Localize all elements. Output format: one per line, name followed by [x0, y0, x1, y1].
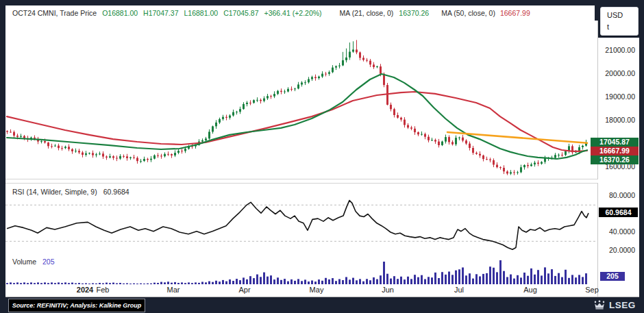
time-axis-label: Sep [585, 286, 599, 294]
volume-panel[interactable]: Volume205 [5, 255, 598, 285]
price-axis-tick: 19000.00 [605, 92, 635, 101]
time-axis-label: Jul [454, 286, 464, 294]
volume-chart [5, 255, 597, 284]
volume-label: Volume [12, 258, 36, 266]
last-price-badge: 17045.87 [591, 138, 639, 147]
ma50-value: 16667.99 [500, 9, 530, 17]
rsi-value: 60.9684 [103, 188, 129, 196]
candlestick-chart [5, 21, 597, 179]
time-axis[interactable]: 2024FebMarAprMayJunJulAugSep [5, 284, 639, 297]
rsi-value-badge: 60.9684 [599, 208, 638, 217]
time-axis-label: Apr [238, 286, 250, 294]
rsi-label: RSI (14, Wilder, Simple, 9) [12, 188, 97, 196]
ma21-price-badge: 16370.26 [591, 155, 639, 164]
change-value: +366.41 (+2.20%) [264, 9, 322, 17]
time-axis-label: Mar [167, 286, 180, 294]
lseg-logo: LSEG [593, 299, 640, 311]
time-axis-label: Aug [523, 286, 537, 294]
ma21-label: MA (21, close, 0) [340, 9, 394, 17]
rsi-axis-tick: 40.0000 [609, 227, 635, 236]
open-value: O16881.00 [102, 9, 138, 17]
axis-currency-label: USD [601, 8, 638, 19]
trading-chart-window: OCT24 CMNI, Trade Price O16881.00 H17047… [0, 0, 644, 313]
ma50-line [7, 92, 587, 151]
time-axis-label: Jun [382, 286, 394, 294]
rsi-axis-tick: 20.0000 [609, 246, 635, 254]
trendline [447, 132, 587, 143]
time-axis-label: Feb [97, 286, 110, 294]
high-value: H17047.37 [143, 9, 178, 17]
ma21-value: 16370.26 [399, 9, 429, 17]
close-value: C17045.87 [223, 9, 258, 17]
rsi-panel[interactable]: RSI (14, Wilder, Simple, 9)60.9684 [5, 183, 598, 256]
volume-value: 205 [42, 258, 55, 266]
ma50-price-badge: 16667.99 [591, 147, 639, 155]
price-axis-tick: 18000.00 [605, 116, 635, 124]
price-chart-panel[interactable] [5, 21, 598, 179]
rsi-axis[interactable]: 80.000040.000020.0000 [598, 183, 639, 255]
time-axis-label: 2024 [77, 286, 93, 294]
low-value: L16881.00 [184, 9, 218, 17]
ma50-label: MA (50, close, 0) [441, 9, 495, 17]
instrument-title: OCT24 CMNI, Trade Price [12, 9, 97, 17]
candlesticks [6, 40, 587, 175]
lseg-wordmark: LSEG [609, 300, 636, 310]
chart-legend: OCT24 CMNI, Trade Price O16881.00 H17047… [5, 5, 595, 21]
time-axis-label: May [310, 286, 324, 294]
price-axis-tick: 20000.00 [605, 69, 635, 77]
volume-legend: Volume205 [12, 258, 55, 266]
price-axis-tick: 21000.00 [605, 46, 635, 54]
source-attribution: Source: REFINITIV; Analysis: Kalkine Gro… [8, 299, 145, 312]
lseg-crown-icon [593, 300, 606, 310]
rsi-legend: RSI (14, Wilder, Simple, 9)60.9684 [12, 188, 129, 196]
rsi-axis-tick: 80.0000 [609, 191, 635, 199]
volume-value-badge: 205 [600, 272, 625, 281]
rsi-line [7, 201, 589, 250]
